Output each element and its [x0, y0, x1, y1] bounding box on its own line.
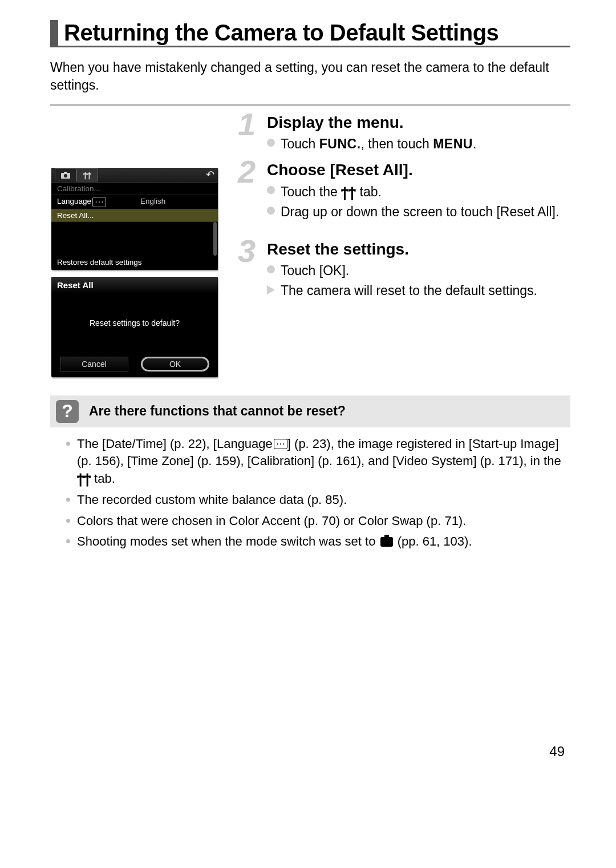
return-icon: ↶ — [206, 168, 214, 181]
svg-rect-1 — [64, 172, 67, 173]
arrow-icon — [267, 285, 275, 294]
step-result: The camera will reset to the default set… — [267, 282, 570, 300]
note-item: The recorded custom white balance data (… — [66, 491, 568, 508]
step-title: Choose [Reset All]. — [267, 161, 570, 179]
intro-text: When you have mistakenly changed a setti… — [50, 59, 570, 94]
menu-row-language: Language⋯ English — [51, 195, 218, 209]
step-instruction: Drag up or down the screen to touch [Res… — [267, 203, 570, 221]
language-icon: ⋯ — [274, 439, 287, 449]
camera-tab-icon — [55, 168, 76, 181]
divider — [50, 104, 570, 106]
step-title: Reset the settings. — [267, 240, 570, 259]
bullet-icon — [66, 498, 70, 502]
cancel-button: Cancel — [60, 357, 128, 372]
page-number: 49 — [549, 744, 565, 760]
bullet-icon — [66, 442, 70, 446]
notes-list: The [Date/Time] (p. 22), [Language⋯] (p.… — [50, 427, 570, 551]
callout-title: Are there functions that cannot be reset… — [89, 403, 346, 419]
note-item: Shooting modes set when the mode switch … — [66, 533, 568, 550]
step-instruction: Touch FUNC., then touch MENU. — [267, 135, 570, 153]
bullet-icon — [267, 139, 275, 147]
step-instruction: Touch [OK]. — [267, 262, 570, 280]
confirm-header: Reset All — [51, 277, 218, 293]
question-icon: ? — [56, 400, 79, 423]
step-title: Display the menu. — [267, 114, 570, 132]
bullet-icon — [66, 519, 70, 523]
ok-button: OK — [141, 357, 209, 372]
note-item: The [Date/Time] (p. 22), [Language⋯] (p.… — [66, 435, 568, 488]
bullet-icon — [267, 207, 275, 215]
title-bar: Returning the Camera to Default Settings — [50, 20, 570, 47]
menu-row-reset-all: Reset All... — [51, 209, 218, 221]
svg-point-2 — [64, 174, 67, 177]
step-number: 1 — [238, 106, 256, 143]
bullet-icon — [267, 265, 275, 273]
menu-row-calibration: Calibration... — [51, 182, 218, 195]
camera-icon — [380, 537, 393, 547]
camera-screenshot-menu: ϯϯ ↶ Calibration... Language⋯ English Re… — [51, 168, 218, 270]
confirm-question: Reset settings to default? — [90, 318, 180, 328]
camera-screenshot-confirm: Reset All Reset settings to default? Can… — [51, 277, 218, 377]
tools-icon: ϯϯ — [341, 183, 356, 202]
step-3: 3 Reset the settings. Touch [OK]. The ca… — [241, 240, 570, 300]
bullet-icon — [66, 539, 70, 543]
step-1: 1 Display the menu. Touch FUNC., then to… — [241, 114, 570, 153]
step-2: 2 Choose [Reset All]. Touch the ϯϯ tab. … — [241, 161, 570, 221]
page-title: Returning the Camera to Default Settings — [64, 20, 570, 46]
tools-icon: ϯϯ — [77, 470, 91, 488]
callout-box: ? Are there functions that cannot be res… — [50, 395, 570, 427]
tools-tab-icon: ϯϯ — [76, 168, 98, 181]
bullet-icon — [267, 186, 275, 194]
note-item: Colors that were chosen in Color Accent … — [66, 512, 568, 530]
menu-status-text: Restores default settings — [51, 256, 218, 270]
step-instruction: Touch the ϯϯ tab. — [267, 183, 570, 201]
step-number: 3 — [238, 232, 256, 269]
step-number: 2 — [238, 153, 256, 190]
